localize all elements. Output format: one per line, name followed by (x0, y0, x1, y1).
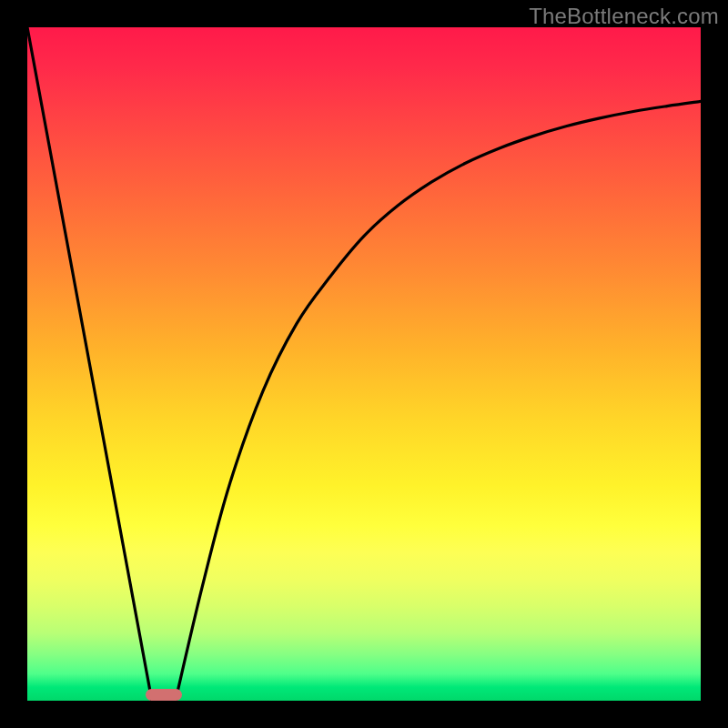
bottleneck-marker (146, 689, 182, 701)
curve-layer (27, 27, 701, 701)
curve-right-branch (176, 101, 701, 701)
chart-frame: TheBottleneck.com (0, 0, 728, 728)
plot-area (27, 27, 701, 701)
watermark-text: TheBottleneck.com (529, 4, 719, 29)
curve-left-branch (27, 27, 152, 701)
